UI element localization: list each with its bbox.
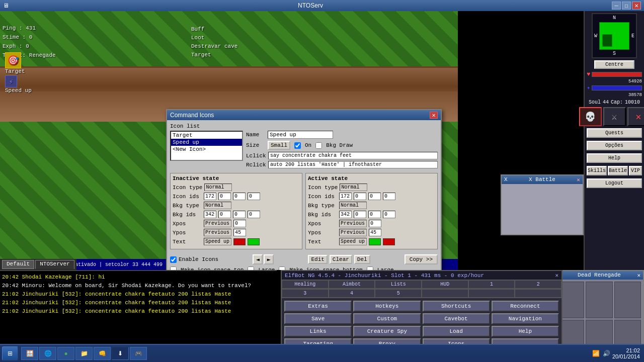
active-icon-id3[interactable] bbox=[368, 193, 381, 200]
taskbar-fist[interactable]: 👊 bbox=[94, 347, 111, 360]
inactive-xpos-type[interactable] bbox=[204, 220, 231, 227]
tab-3[interactable]: 3 bbox=[282, 289, 329, 298]
skills-button[interactable]: Skills bbox=[587, 166, 607, 175]
make-space-bottom-checkbox[interactable] bbox=[279, 266, 285, 270]
del-button[interactable]: Del bbox=[354, 255, 370, 264]
inactive-bkg-id2[interactable] bbox=[218, 211, 231, 218]
vip-button[interactable]: VIP bbox=[629, 166, 642, 175]
start-button[interactable]: ⊞ bbox=[2, 346, 18, 360]
size-button[interactable]: Small bbox=[268, 141, 290, 150]
options-button[interactable]: Opções bbox=[587, 141, 642, 150]
extras-button[interactable]: Extras bbox=[284, 301, 352, 312]
tab-aimbot[interactable]: Aimbot bbox=[329, 280, 375, 289]
navigation-button[interactable]: Navigation bbox=[492, 313, 559, 324]
icon-listbox[interactable]: Target Speed up <New Icon> bbox=[170, 131, 243, 161]
tab-1[interactable]: 1 bbox=[468, 280, 515, 289]
active-ypos-val[interactable] bbox=[369, 229, 381, 236]
help-elf-button[interactable]: Help bbox=[492, 326, 559, 337]
inactive-ypos-val[interactable] bbox=[233, 229, 246, 236]
clear-button[interactable]: Clear bbox=[330, 255, 352, 264]
inactive-ypos-type[interactable] bbox=[204, 229, 231, 236]
edit-button[interactable]: Edit bbox=[308, 255, 327, 264]
active-icon-id2[interactable] bbox=[354, 193, 366, 200]
active-xpos-type[interactable] bbox=[339, 220, 367, 227]
dialog-close-button[interactable]: ✕ bbox=[430, 112, 438, 119]
lclik-input[interactable] bbox=[268, 152, 438, 159]
copy-button[interactable]: Copy >> bbox=[405, 254, 438, 264]
inactive-bkg-id3[interactable] bbox=[233, 211, 246, 218]
active-icon-type-input[interactable] bbox=[340, 184, 367, 191]
next-button[interactable]: ► bbox=[264, 254, 274, 264]
inactive-bkg-type-input[interactable] bbox=[204, 202, 231, 209]
taskbar-explorer[interactable]: 📁 bbox=[75, 347, 93, 360]
sword-icon-btn[interactable]: ⚔ bbox=[603, 107, 626, 126]
inactive-icon-type-input[interactable] bbox=[204, 184, 232, 191]
links-button[interactable]: Links bbox=[284, 326, 352, 337]
minimize-button[interactable]: ─ bbox=[612, 2, 621, 10]
make-space-top-checkbox[interactable] bbox=[170, 266, 177, 270]
on-checkbox[interactable] bbox=[294, 142, 301, 149]
help-button[interactable]: Help bbox=[587, 153, 642, 163]
tab-4[interactable]: 4 bbox=[329, 289, 375, 298]
active-icon-id4[interactable] bbox=[383, 193, 395, 200]
tab-2[interactable]: 2 bbox=[515, 280, 561, 289]
active-bkg-id1[interactable] bbox=[339, 211, 352, 218]
active-color2[interactable] bbox=[383, 238, 395, 245]
taskbar-ie[interactable]: 🌐 bbox=[39, 347, 56, 360]
active-ypos-type[interactable] bbox=[339, 229, 367, 236]
prev-button[interactable]: ◄ bbox=[253, 254, 263, 264]
quests-button[interactable]: Quests bbox=[587, 128, 642, 138]
inactive-color1[interactable] bbox=[233, 238, 246, 245]
active-icon-id1[interactable] bbox=[339, 193, 352, 200]
x-icon-btn[interactable]: ✕ bbox=[627, 107, 645, 126]
active-text-input[interactable] bbox=[339, 238, 367, 245]
large-checkbox-2[interactable] bbox=[367, 266, 373, 270]
custom-button[interactable]: Custom bbox=[353, 313, 421, 324]
taskbar-windows[interactable]: 🪟 bbox=[21, 347, 38, 360]
active-xpos-val[interactable] bbox=[369, 220, 381, 227]
taskbar-download[interactable]: ⬇ bbox=[112, 347, 129, 360]
maximize-button[interactable]: □ bbox=[622, 2, 631, 10]
tab-5[interactable]: 5 bbox=[375, 289, 422, 298]
inactive-xpos-val[interactable] bbox=[233, 220, 246, 227]
inactive-bkg-id4[interactable] bbox=[248, 211, 260, 218]
load-button[interactable]: Load bbox=[423, 326, 490, 337]
inactive-icon-id4[interactable] bbox=[248, 193, 260, 200]
active-bkg-id3[interactable] bbox=[368, 211, 381, 218]
tab-hud[interactable]: HUD bbox=[422, 280, 468, 289]
inactive-color2[interactable] bbox=[248, 238, 260, 245]
active-bkg-type-input[interactable] bbox=[339, 202, 367, 209]
taskbar-game[interactable]: 🎮 bbox=[130, 347, 147, 360]
list-item-selected[interactable]: Speed up bbox=[171, 139, 242, 146]
active-bkg-id2[interactable] bbox=[354, 211, 366, 218]
inactive-icon-id2[interactable] bbox=[218, 193, 231, 200]
inactive-text-input[interactable] bbox=[204, 238, 231, 245]
rclik-input[interactable] bbox=[268, 161, 438, 168]
tab-default[interactable]: Default bbox=[2, 260, 34, 269]
dead-close-button[interactable]: ✕ bbox=[637, 272, 640, 279]
save-button[interactable]: Save bbox=[284, 313, 352, 324]
taskbar-chrome[interactable]: ● bbox=[57, 347, 74, 360]
large-checkbox-1[interactable] bbox=[248, 266, 254, 270]
enable-icons-checkbox[interactable] bbox=[170, 256, 177, 263]
tab-ntoserver[interactable]: NTOServer bbox=[35, 260, 74, 269]
active-bkg-id4[interactable] bbox=[383, 211, 395, 218]
battle-button[interactable]: Battle bbox=[608, 166, 628, 175]
centre-button[interactable]: Centre bbox=[594, 60, 634, 69]
list-item-new[interactable]: <New Icon> bbox=[171, 146, 242, 153]
close-button[interactable]: ✕ bbox=[632, 2, 641, 10]
active-color1[interactable] bbox=[369, 238, 381, 245]
logout-button[interactable]: Logout bbox=[587, 178, 642, 188]
shortcuts-button[interactable]: Shortcuts bbox=[423, 301, 490, 312]
cavebot-button[interactable]: Cavebot bbox=[423, 313, 490, 324]
skull-icon-btn[interactable]: 💀 bbox=[579, 107, 602, 126]
bkg-draw-checkbox[interactable] bbox=[315, 142, 322, 149]
hotkeys-button[interactable]: Hotkeys bbox=[353, 301, 421, 312]
tab-healing[interactable]: Healing bbox=[282, 280, 329, 289]
inactive-icon-id3[interactable] bbox=[233, 193, 246, 200]
reconnect-button[interactable]: Reconnect bbox=[492, 301, 559, 312]
minimap[interactable] bbox=[599, 22, 629, 50]
creature-spy-button[interactable]: Creature Spy bbox=[353, 326, 421, 337]
list-item[interactable]: Target bbox=[171, 132, 242, 139]
battle-close-button[interactable]: ✕ bbox=[577, 176, 580, 183]
